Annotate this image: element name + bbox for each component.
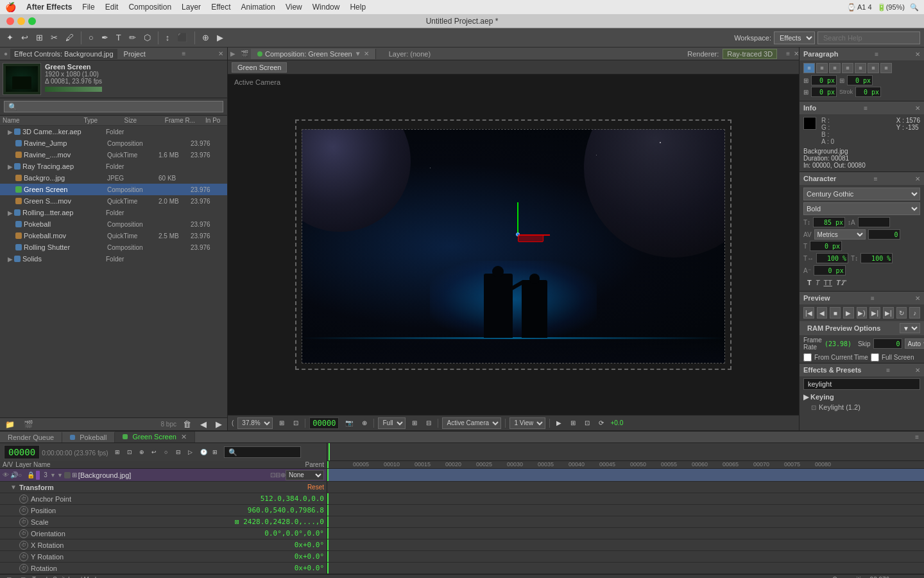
right-indent-input[interactable]	[847, 75, 873, 85]
tree-row-greenscreen[interactable]: Green Screen Composition 23.976	[0, 184, 227, 195]
renderer-value[interactable]: Ray-traced 3D	[723, 49, 777, 59]
tree-row-raytracing[interactable]: ▶ Ray Tracing.aep Folder	[0, 161, 227, 172]
toolbar-btn-14[interactable]: ▶	[214, 31, 226, 44]
layer-name-display[interactable]: [Background.jpg]	[78, 471, 270, 479]
panel-close-icon[interactable]: ✕	[218, 50, 223, 57]
expand-icon[interactable]: ▼	[50, 472, 56, 478]
loop-btn[interactable]: ↻	[896, 307, 907, 319]
green-screen-button[interactable]: Green Screen	[232, 62, 287, 73]
toolbar-btn-2[interactable]: ↩	[19, 31, 31, 44]
comp-tab-menu[interactable]: ✕	[364, 50, 369, 57]
project-search-input[interactable]	[4, 101, 223, 112]
close-button[interactable]	[6, 17, 14, 25]
position-stopwatch-icon[interactable]: ⏱	[19, 506, 28, 515]
left-indent-input[interactable]	[811, 75, 837, 85]
bit-depth[interactable]: 8 bpc	[161, 421, 176, 428]
tl-bottom-btn-1[interactable]: ⊞	[4, 575, 14, 578]
layer-row[interactable]: 👁 🔊 ○ 🔒 3 ▼ ▼ ⊞ [Background.jpg] ⊡ ⊟ ⊕ N…	[0, 469, 327, 482]
tl-btn-1[interactable]: ⊞	[112, 447, 123, 457]
reset-btn[interactable]: ⟳	[596, 418, 606, 428]
go-last-btn[interactable]: ▶|	[883, 307, 894, 319]
tree-row-ravinejump[interactable]: Ravine_Jump Composition 23.976	[0, 137, 227, 149]
effect-controls-tab[interactable]: Effect Controls: Background.jpg	[10, 49, 117, 59]
baseline-input[interactable]	[814, 265, 846, 276]
comp-panel-close[interactable]: ✕	[794, 50, 799, 57]
transform-reset-btn[interactable]: Reset	[307, 484, 324, 491]
full-screen-checkbox[interactable]	[871, 353, 879, 362]
align-right-btn[interactable]: ≡	[829, 63, 841, 73]
new-folder-btn[interactable]: 📁	[3, 419, 17, 430]
from-current-checkbox[interactable]	[803, 353, 812, 362]
play-btn[interactable]: ▶	[843, 307, 854, 319]
leading-input[interactable]	[858, 217, 890, 227]
tl-btn-8[interactable]: 🕐	[198, 447, 208, 457]
xrotation-value[interactable]: 0x+0.0°	[295, 541, 324, 549]
toolbar-btn-6[interactable]: ○	[86, 31, 96, 44]
transform-expand-icon[interactable]: ▼	[10, 484, 17, 491]
in-point-col-header[interactable]: In Po	[205, 117, 225, 124]
align-center-btn[interactable]: ≡	[816, 63, 828, 73]
kerning-input[interactable]	[868, 229, 900, 240]
toolbar-btn-10[interactable]: ⬡	[141, 31, 153, 44]
tl-bottom-scroll-dn[interactable]: ▼	[909, 575, 920, 578]
composition-menu[interactable]: Composition	[128, 3, 171, 12]
fit-comp-btn[interactable]: ⊞	[277, 418, 287, 428]
anchor-stopwatch-icon[interactable]: ⏱	[19, 495, 28, 504]
tl-timecode[interactable]: 00000	[4, 445, 40, 459]
flowchart-btn[interactable]: ⊡	[582, 418, 592, 428]
camera-btn[interactable]: 📷	[343, 418, 355, 428]
type-col-header[interactable]: Type	[83, 117, 124, 124]
play-audio-btn[interactable]: ▶)	[857, 307, 868, 319]
paragraph-opts[interactable]: ≡	[875, 51, 878, 58]
grid-btn[interactable]: ⊡	[291, 418, 301, 428]
window-menu[interactable]: Window	[312, 3, 340, 12]
animation-menu[interactable]: Animation	[241, 3, 275, 12]
font-style-selector[interactable]: Bold	[803, 202, 920, 215]
tl-bottom-scroll-up[interactable]: ▲	[893, 575, 905, 578]
tree-row-ravinemov[interactable]: Ravine_....mov QuickTime 1.6 MB 23.976	[0, 149, 227, 161]
view-selector[interactable]: 1 View	[509, 417, 545, 429]
skip-input[interactable]	[873, 338, 902, 349]
pokeball-tab[interactable]: Pokeball	[62, 432, 115, 442]
expand-icon-2[interactable]: ▼	[57, 472, 63, 478]
tl-btn-5[interactable]: ○	[161, 447, 171, 457]
layer-menu[interactable]: Layer	[182, 3, 201, 12]
comp-panel-menu[interactable]: ≡	[782, 50, 794, 57]
tree-row-3dcamera[interactable]: ▶ 3D Came...ker.aep Folder	[0, 126, 227, 137]
tree-row-pokeball[interactable]: Pokeball Composition 23.976	[0, 218, 227, 230]
stroke-input[interactable]	[855, 87, 881, 97]
justify-right-btn[interactable]: ≡	[868, 63, 879, 73]
apple-menu[interactable]: 🍎	[5, 2, 16, 12]
tracking-input[interactable]	[810, 241, 842, 251]
paragraph-close[interactable]: ✕	[915, 51, 920, 58]
type-bold-italic-btn[interactable]: T𝑇	[836, 279, 844, 287]
tl-btn-2[interactable]: ⊡	[124, 447, 135, 457]
audio-btn[interactable]: ♪	[909, 307, 920, 319]
font-selector[interactable]: Century Gothic	[803, 188, 920, 200]
safe-zones-btn[interactable]: ⊟	[424, 418, 434, 428]
quality-selector[interactable]: Full	[378, 417, 406, 429]
char-close[interactable]: ✕	[915, 175, 920, 182]
toolbar-btn-12[interactable]: ⬛	[175, 31, 190, 44]
font-size-input[interactable]	[813, 217, 845, 227]
panel-menu-icon[interactable]: ≡	[182, 50, 185, 57]
composition-tab[interactable]: Composition: Green Screen ▼ ✕	[251, 49, 376, 59]
toolbar-btn-1[interactable]: ✦	[4, 31, 16, 44]
tl-btn-3[interactable]: ⊕	[137, 447, 147, 457]
layer-track[interactable]	[327, 469, 924, 482]
delete-btn[interactable]: 🗑	[180, 418, 194, 430]
solo-icon[interactable]: ○	[18, 471, 26, 478]
stop-btn[interactable]: ■	[830, 307, 841, 319]
minimize-button[interactable]	[17, 17, 25, 25]
toolbar-btn-9[interactable]: ✏	[126, 31, 139, 44]
file-menu[interactable]: File	[82, 3, 94, 12]
scroll-left-btn[interactable]: ◀	[198, 418, 209, 430]
type-italic-btn[interactable]: T	[816, 279, 820, 287]
vscale-input[interactable]	[860, 253, 893, 263]
toolbar-btn-8[interactable]: T	[114, 31, 124, 44]
toolbar-btn-3[interactable]: ⊞	[33, 31, 46, 44]
help-menu[interactable]: Help	[350, 3, 366, 12]
toolbar-btn-5[interactable]: 🖊	[63, 31, 76, 44]
layer-effects-btn[interactable]: ⊕	[280, 471, 286, 478]
name-col-header[interactable]: Name	[3, 117, 83, 124]
